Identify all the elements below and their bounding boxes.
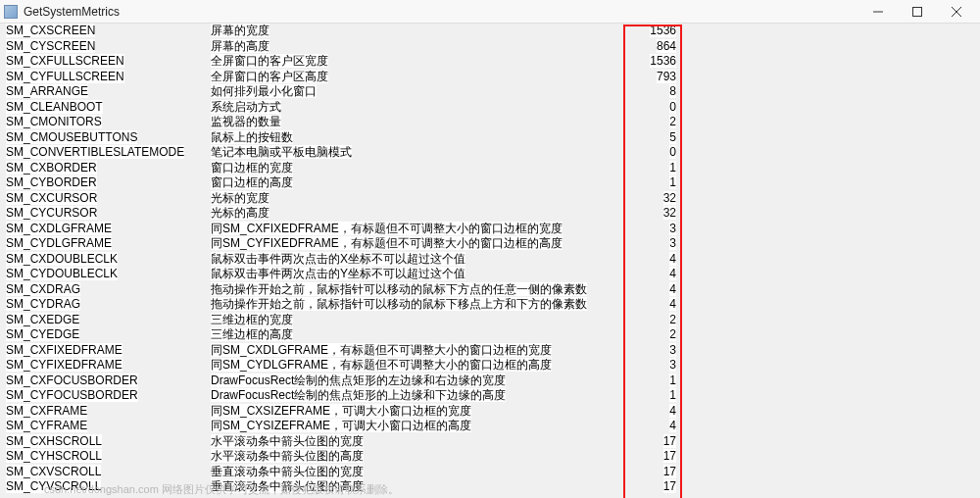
spacer bbox=[686, 161, 980, 176]
metric-name: SM_CYSCREEN bbox=[0, 39, 211, 55]
spacer bbox=[686, 282, 980, 298]
titlebar[interactable]: GetSystemMetrics bbox=[0, 0, 980, 24]
spacer bbox=[686, 252, 980, 268]
metric-row: SM_CONVERTIBLESLATEMODE笔记本电脑或平板电脑模式0 bbox=[0, 145, 980, 161]
metric-value: 2 bbox=[627, 327, 686, 343]
metric-desc: 监视器的数量 bbox=[211, 115, 627, 130]
spacer bbox=[686, 267, 980, 282]
close-button[interactable] bbox=[937, 1, 976, 23]
metric-desc: 笔记本电脑或平板电脑模式 bbox=[211, 145, 627, 161]
metric-value: 1536 bbox=[627, 24, 686, 39]
metric-name: SM_CYHSCROLL bbox=[0, 449, 211, 465]
metric-name: SM_CYDLGFRAME bbox=[0, 236, 211, 252]
metric-row: SM_CLEANBOOT系统启动方式0 bbox=[0, 100, 980, 116]
metric-value: 0 bbox=[627, 145, 686, 161]
metric-name: SM_CXBORDER bbox=[0, 161, 211, 176]
metric-name: SM_CYFIXEDFRAME bbox=[0, 358, 211, 374]
metric-value: 8 bbox=[627, 84, 686, 100]
spacer bbox=[686, 434, 980, 450]
minimize-button[interactable] bbox=[858, 1, 898, 23]
metric-desc: 屏幕的高度 bbox=[211, 39, 627, 55]
spacer bbox=[686, 388, 980, 404]
watermark-text: csdn.net/dongshan.com 网络图片仅供学习交流，如侵犯版权请联… bbox=[44, 482, 399, 497]
metric-row: SM_CYSCREEN屏幕的高度864 bbox=[0, 39, 980, 55]
spacer bbox=[686, 84, 980, 100]
metric-desc: 垂直滚动条中箭头位图的宽度 bbox=[211, 465, 627, 480]
metrics-list: SM_CXSCREEN屏幕的宽度1536SM_CYSCREEN屏幕的高度864S… bbox=[0, 24, 980, 495]
maximize-icon bbox=[912, 7, 922, 17]
metric-row: SM_CXDOUBLECLK鼠标双击事件两次点击的X坐标不可以超过这个值4 bbox=[0, 252, 980, 268]
metric-value: 864 bbox=[627, 39, 686, 55]
metric-row: SM_CXFRAME同SM_CXSIZEFRAME，可调大小窗口边框的宽度4 bbox=[0, 404, 980, 420]
metric-desc: DrawFocusRect绘制的焦点矩形的左边缘和右边缘的宽度 bbox=[211, 374, 627, 389]
spacer bbox=[686, 313, 980, 328]
metric-name: SM_CYFRAME bbox=[0, 419, 211, 434]
spacer bbox=[686, 222, 980, 237]
metric-desc: 同SM_CYSIZEFRAME，可调大小窗口边框的高度 bbox=[211, 419, 627, 434]
metric-value: 1 bbox=[627, 161, 686, 176]
metric-value: 0 bbox=[627, 100, 686, 116]
metric-row: SM_CYDLGFRAME同SM_CYFIXEDFRAME，有标题但不可调整大小… bbox=[0, 236, 980, 252]
spacer bbox=[686, 54, 980, 70]
metric-value: 4 bbox=[627, 267, 686, 282]
metric-row: SM_CXFOCUSBORDERDrawFocusRect绘制的焦点矩形的左边缘… bbox=[0, 374, 980, 389]
metric-value: 1 bbox=[627, 388, 686, 404]
metric-value: 3 bbox=[627, 236, 686, 252]
metric-desc: 光标的高度 bbox=[211, 206, 627, 222]
metric-value: 4 bbox=[627, 252, 686, 268]
metric-name: SM_CYDOUBLECLK bbox=[0, 267, 211, 282]
metric-desc: 光标的宽度 bbox=[211, 191, 627, 207]
spacer bbox=[686, 449, 980, 465]
spacer bbox=[686, 465, 980, 480]
metric-row: SM_CXSCREEN屏幕的宽度1536 bbox=[0, 24, 980, 39]
metric-value: 2 bbox=[627, 313, 686, 328]
spacer bbox=[686, 374, 980, 389]
metric-row: SM_CXBORDER窗口边框的宽度1 bbox=[0, 161, 980, 176]
metric-name: SM_CXFRAME bbox=[0, 404, 211, 420]
metric-name: SM_CXFULLSCREEN bbox=[0, 54, 211, 70]
metric-value: 4 bbox=[627, 282, 686, 298]
metric-row: SM_CMOUSEBUTTONS鼠标上的按钮数5 bbox=[0, 130, 980, 146]
spacer bbox=[686, 297, 980, 313]
metric-desc: 拖动操作开始之前，鼠标指针可以移动的鼠标下移点上方和下方的像素数 bbox=[211, 297, 627, 313]
metric-name: SM_CXFIXEDFRAME bbox=[0, 343, 211, 359]
metric-desc: 同SM_CYFIXEDFRAME，有标题但不可调整大小的窗口边框的高度 bbox=[211, 236, 627, 252]
metric-value: 3 bbox=[627, 222, 686, 237]
metric-desc: 同SM_CXSIZEFRAME，可调大小窗口边框的宽度 bbox=[211, 404, 627, 420]
spacer bbox=[686, 343, 980, 359]
metric-desc: 三维边框的宽度 bbox=[211, 313, 627, 328]
metric-desc: 窗口边框的高度 bbox=[211, 175, 627, 191]
metric-name: SM_CXCURSOR bbox=[0, 191, 211, 207]
content-area: SM_CXSCREEN屏幕的宽度1536SM_CYSCREEN屏幕的高度864S… bbox=[0, 24, 980, 498]
spacer bbox=[686, 191, 980, 207]
spacer bbox=[686, 24, 980, 39]
metric-desc: 鼠标上的按钮数 bbox=[211, 130, 627, 146]
metric-desc: 同SM_CXDLGFRAME，有标题但不可调整大小的窗口边框的宽度 bbox=[211, 343, 627, 359]
spacer bbox=[686, 358, 980, 374]
spacer bbox=[686, 115, 980, 130]
metric-value: 32 bbox=[627, 206, 686, 222]
metric-row: SM_CYFRAME同SM_CYSIZEFRAME，可调大小窗口边框的高度4 bbox=[0, 419, 980, 434]
metric-name: SM_CXVSCROLL bbox=[0, 465, 211, 480]
metric-row: SM_CXFIXEDFRAME同SM_CXDLGFRAME，有标题但不可调整大小… bbox=[0, 343, 980, 359]
metric-value: 4 bbox=[627, 419, 686, 434]
metric-name: SM_CXDLGFRAME bbox=[0, 222, 211, 237]
metric-value: 17 bbox=[627, 465, 686, 480]
metric-row: SM_CXDLGFRAME同SM_CXFIXEDFRAME，有标题但不可调整大小… bbox=[0, 222, 980, 237]
metric-row: SM_CYCURSOR光标的高度32 bbox=[0, 206, 980, 222]
metric-value: 17 bbox=[627, 434, 686, 450]
metric-desc: 如何排列最小化窗口 bbox=[211, 84, 627, 100]
metric-row: SM_CYEDGE三维边框的高度2 bbox=[0, 327, 980, 343]
metric-name: SM_CYFOCUSBORDER bbox=[0, 388, 211, 404]
metric-name: SM_CONVERTIBLESLATEMODE bbox=[0, 145, 211, 161]
metric-row: SM_CXVSCROLL垂直滚动条中箭头位图的宽度17 bbox=[0, 465, 980, 480]
metric-name: SM_CXDRAG bbox=[0, 282, 211, 298]
spacer bbox=[686, 419, 980, 434]
metric-row: SM_CMONITORS监视器的数量2 bbox=[0, 115, 980, 130]
metric-name: SM_ARRANGE bbox=[0, 84, 211, 100]
metric-row: SM_CYDRAG拖动操作开始之前，鼠标指针可以移动的鼠标下移点上方和下方的像素… bbox=[0, 297, 980, 313]
maximize-button[interactable] bbox=[898, 1, 937, 23]
spacer bbox=[686, 100, 980, 116]
metric-value: 2 bbox=[627, 115, 686, 130]
metric-desc: 系统启动方式 bbox=[211, 100, 627, 116]
